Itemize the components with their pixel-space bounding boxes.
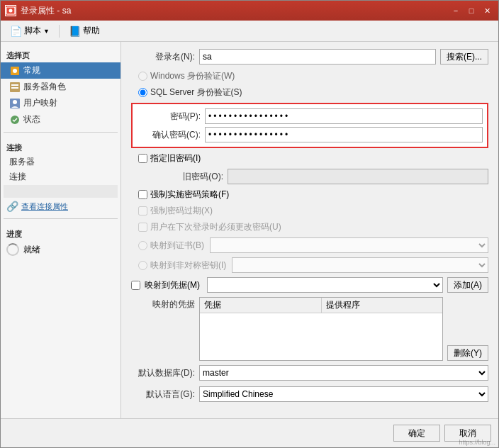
- server-roles-icon: [9, 82, 21, 93]
- help-label: 帮助: [83, 25, 100, 37]
- sidebar-item-server-roles[interactable]: 服务器角色: [1, 79, 120, 95]
- user-must-change-row: 用户在下次登录时必须更改密码(U): [131, 221, 488, 233]
- map-asymkey-row: 映射到非对称密钥(I): [131, 257, 488, 273]
- progress-status-row: 就绪: [1, 241, 120, 258]
- login-name-input[interactable]: [199, 49, 436, 65]
- login-name-label: 登录名(N):: [131, 51, 195, 63]
- close-button[interactable]: ✕: [480, 4, 494, 17]
- map-asymkey-select[interactable]: [232, 257, 488, 273]
- maximize-button[interactable]: □: [464, 4, 478, 17]
- script-button[interactable]: 📄 脚本 ▼: [5, 23, 55, 39]
- ok-button[interactable]: 确定: [393, 425, 440, 442]
- connection-link-icon: 🔗: [6, 201, 18, 212]
- old-password-label: 旧密码(O):: [159, 171, 223, 183]
- password-box: 密码(P): 确认密码(C):: [131, 103, 488, 148]
- map-credentials-checkbox[interactable]: [131, 281, 140, 290]
- old-password-input[interactable]: [228, 169, 488, 184]
- sidebar-divider-1: [4, 132, 118, 133]
- enforce-policy-label: 强制实施密码策略(F): [150, 189, 229, 201]
- windows-auth-radio[interactable]: [138, 72, 147, 81]
- delete-button[interactable]: 删除(Y): [447, 345, 488, 361]
- server-label: 服务器: [9, 157, 35, 167]
- svg-point-8: [13, 100, 17, 104]
- svg-rect-5: [11, 84, 18, 86]
- default-db-row: 默认数据库(D): master: [131, 365, 488, 381]
- default-lang-label: 默认语言(G):: [131, 388, 195, 401]
- window-controls: − □ ✕: [449, 4, 494, 17]
- sidebar-item-status[interactable]: 状态: [1, 111, 120, 128]
- enforce-policy-checkbox[interactable]: [138, 190, 147, 199]
- script-label: 脚本: [24, 25, 41, 37]
- default-lang-row: 默认语言(G): Simplified Chinese: [131, 386, 488, 402]
- windows-auth-label: Windows 身份验证(W): [150, 70, 235, 82]
- enforce-policy-row: 强制实施密码策略(F): [131, 189, 488, 201]
- sidebar-item-user-mapping-label: 用户映射: [23, 97, 57, 109]
- mapped-credentials-label: 映射的凭据: [131, 297, 195, 310]
- confirm-password-row: 确认密码(C):: [137, 127, 483, 142]
- progress-status-label: 就绪: [23, 244, 40, 256]
- minimize-button[interactable]: −: [449, 4, 463, 17]
- window-title: 登录属性 - sa: [21, 5, 71, 17]
- sql-auth-label: SQL Server 身份验证(S): [150, 86, 242, 99]
- select-page-title: 选择页: [1, 47, 120, 62]
- mapped-credentials-area: 映射的凭据 凭据 提供程序 删除(Y): [131, 297, 488, 361]
- script-dropdown-icon: ▼: [43, 28, 50, 35]
- sidebar-item-server-roles-label: 服务器角色: [23, 81, 66, 93]
- svg-point-1: [9, 9, 13, 13]
- map-cert-radio[interactable]: [138, 241, 147, 250]
- script-icon: 📄: [10, 26, 22, 37]
- map-asymkey-label: 映射到非对称密钥(I): [150, 259, 226, 271]
- specify-old-password-label: 指定旧密码(I): [150, 152, 201, 164]
- credentials-table: 凭据 提供程序: [199, 297, 443, 361]
- user-must-change-checkbox[interactable]: [138, 223, 147, 232]
- toolbar-separator: [59, 25, 60, 38]
- sidebar-item-status-label: 状态: [23, 113, 40, 125]
- sidebar-divider-2: [4, 218, 118, 219]
- window-icon: [5, 5, 16, 16]
- user-mapping-icon: [9, 98, 21, 109]
- map-cert-select[interactable]: [210, 237, 488, 253]
- add-button[interactable]: 添加(A): [447, 277, 488, 293]
- map-asymkey-radio[interactable]: [138, 261, 147, 270]
- help-button[interactable]: 📘 帮助: [64, 23, 105, 39]
- enforce-expiry-checkbox[interactable]: [138, 206, 147, 215]
- sql-auth-row: SQL Server 身份验证(S): [131, 86, 488, 99]
- sidebar-item-general-label: 常规: [23, 65, 40, 77]
- progress-title: 进度: [1, 226, 120, 241]
- default-lang-select[interactable]: Simplified Chinese: [199, 386, 488, 402]
- enforce-expiry-label: 强制密码过期(X): [150, 205, 213, 217]
- windows-auth-row: Windows 身份验证(W): [131, 70, 488, 82]
- credential-col-header: 凭据: [200, 298, 322, 313]
- provider-col-header: 提供程序: [322, 298, 443, 313]
- confirm-password-label: 确认密码(C):: [137, 129, 201, 141]
- map-credentials-select[interactable]: [207, 277, 443, 293]
- svg-point-3: [13, 69, 17, 73]
- default-db-select[interactable]: master: [199, 365, 488, 381]
- watermark: https://blog...: [459, 439, 495, 446]
- confirm-password-input[interactable]: [205, 127, 483, 142]
- sql-auth-radio[interactable]: [138, 88, 147, 97]
- specify-old-password-checkbox[interactable]: [138, 154, 147, 163]
- sidebar-item-user-mapping[interactable]: 用户映射: [1, 95, 120, 111]
- default-db-label: 默认数据库(D):: [131, 367, 195, 379]
- old-password-row: 旧密码(O):: [159, 169, 488, 184]
- view-connection-link[interactable]: 🔗 查看连接属性: [1, 198, 120, 214]
- password-input[interactable]: [205, 108, 483, 124]
- status-icon: [9, 114, 21, 125]
- password-row: 密码(P):: [137, 108, 483, 124]
- map-cert-row: 映射到证书(B): [131, 237, 488, 253]
- connection-label: 连接: [9, 172, 26, 181]
- user-must-change-label: 用户在下次登录时必须更改密码(U): [150, 221, 281, 233]
- search-button[interactable]: 搜索(E)...: [440, 49, 488, 65]
- toolbar: 📄 脚本 ▼ 📘 帮助: [1, 21, 498, 42]
- main-content: 选择页 常规 服务器角色: [1, 42, 498, 418]
- sidebar: 选择页 常规 服务器角色: [1, 42, 121, 418]
- sidebar-item-general[interactable]: 常规: [1, 62, 120, 79]
- connection-value: [4, 185, 118, 198]
- right-panel: 登录名(N): 搜索(E)... Windows 身份验证(W) SQL Ser…: [121, 42, 498, 418]
- help-icon: 📘: [69, 26, 81, 37]
- connection-title: 连接: [1, 140, 120, 155]
- map-credentials-label: 映射到凭据(M): [145, 279, 200, 291]
- server-row: 服务器: [1, 155, 120, 169]
- map-credentials-row: 映射到凭据(M) 添加(A): [131, 277, 488, 293]
